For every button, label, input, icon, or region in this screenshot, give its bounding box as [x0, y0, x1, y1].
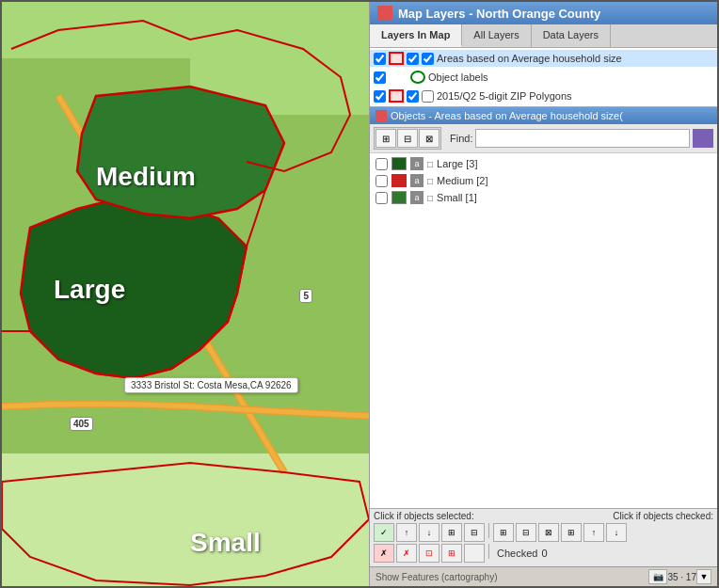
- find-label: Find:: [450, 133, 472, 144]
- svg-rect-2: [2, 2, 190, 58]
- obj-large-name: Large [3]: [437, 158, 477, 169]
- objects-title-text: Objects - Areas based on Average househo…: [391, 110, 623, 121]
- checked-count: 0: [541, 548, 547, 559]
- layer-3-label: 2015/Q2 5-digit ZIP Polygons: [437, 90, 572, 102]
- obj-small-color: [391, 191, 407, 204]
- btn-red-arrow-3[interactable]: ⊞: [441, 544, 462, 563]
- btn-arrow-up[interactable]: ↑: [583, 523, 604, 542]
- click-checked-label: Click if objects checked:: [613, 511, 713, 521]
- find-button[interactable]: [693, 129, 713, 148]
- address-bubble: 3333 Bristol St: Costa Mesa,CA 92626: [124, 377, 298, 393]
- btn-arrow-2[interactable]: ↓: [419, 523, 439, 542]
- objects-list: a □ Large [3] a □ Medium [2] a □: [370, 153, 717, 508]
- obj-large-text-icon: □: [427, 159, 433, 169]
- btn-grid-6[interactable]: ⊞: [561, 523, 582, 542]
- btn-arrow-dn[interactable]: ↓: [606, 523, 627, 542]
- layer-1-check2[interactable]: [407, 53, 419, 65]
- objects-title: Objects - Areas based on Average househo…: [370, 107, 717, 124]
- toolbar-btn-1[interactable]: ⊞: [375, 129, 396, 148]
- list-item: a □ Large [3]: [370, 155, 717, 172]
- click-selected-label: Click if objects selected:: [374, 511, 474, 521]
- panel-title-bar: Map Layers - North Orange County: [370, 2, 717, 24]
- layer-1-check3[interactable]: [422, 53, 434, 65]
- obj-large-color: [391, 157, 407, 170]
- btn-check-green[interactable]: ✓: [374, 523, 394, 542]
- btn-grid-4[interactable]: ⊟: [516, 523, 536, 542]
- separator-2: [488, 544, 489, 559]
- tab-data-layers[interactable]: Data Layers: [532, 24, 611, 47]
- btn-arrow-1[interactable]: ↑: [396, 523, 417, 542]
- checked-label-text: Checked: [497, 548, 537, 559]
- status-coords: 35 · 17: [667, 572, 696, 582]
- separator-1: [488, 523, 489, 538]
- right-panel: Map Layers - North Orange County Layers …: [369, 2, 717, 586]
- layer-2-icon: [410, 71, 425, 84]
- bottom-section: Click if objects selected: Click if obje…: [370, 508, 717, 566]
- layer-row: Areas based on Average household size: [370, 50, 717, 67]
- objects-panel: Objects - Areas based on Average househo…: [370, 107, 717, 508]
- obj-medium-name: Medium [2]: [437, 175, 487, 186]
- layer-3-check2[interactable]: [407, 90, 419, 103]
- toolbar-btn-2[interactable]: ⊟: [397, 129, 418, 148]
- obj-large-label-icon: a: [410, 157, 423, 170]
- obj-small-checkbox[interactable]: [375, 192, 388, 204]
- btn-x-red[interactable]: ✗: [374, 544, 394, 563]
- layer-1-check1[interactable]: [374, 53, 386, 65]
- layer-2-check1[interactable]: [374, 72, 386, 84]
- highway-5-label: 5: [299, 289, 312, 303]
- checked-label-container: Checked 0: [493, 544, 551, 563]
- tab-all-layers[interactable]: All Layers: [462, 24, 531, 47]
- objects-toolbar: ⊞ ⊟ ⊠ Find:: [370, 124, 717, 153]
- layer-row: 2015/Q2 5-digit ZIP Polygons: [370, 87, 717, 104]
- panel-icon: [377, 6, 392, 21]
- obj-medium-checkbox[interactable]: [375, 175, 388, 187]
- objects-title-icon: [375, 110, 387, 121]
- obj-large-checkbox[interactable]: [375, 158, 388, 170]
- obj-medium-label-icon: a: [410, 174, 423, 187]
- toolbar-btn-3[interactable]: ⊠: [419, 129, 439, 148]
- layer-3-icon: [389, 89, 404, 103]
- btn-grid-2[interactable]: ⊟: [464, 523, 485, 542]
- btn-red-grid-1[interactable]: [464, 544, 485, 563]
- layer-2-label: Object labels: [428, 72, 488, 83]
- bottom-labels: Click if objects selected: Click if obje…: [374, 511, 713, 521]
- obj-small-text-icon: □: [427, 193, 433, 203]
- layer-3-check1[interactable]: [374, 90, 386, 103]
- toolbar-group-1: ⊞ ⊟ ⊠: [374, 127, 441, 150]
- layer-3-check3[interactable]: [422, 90, 434, 103]
- panel-title: Map Layers - North Orange County: [398, 7, 600, 21]
- layer-row: Object labels: [370, 67, 717, 87]
- btn-red-arrow-1[interactable]: ✗: [396, 544, 417, 563]
- btn-grid-5[interactable]: ⊠: [538, 523, 559, 542]
- bottom-toolbar-row-2: ✗ ✗ ⊡ ⊞ Checked 0: [374, 544, 713, 563]
- list-item: a □ Medium [2]: [370, 172, 717, 189]
- list-item: a □ Small [1]: [370, 189, 717, 206]
- layers-list: Areas based on Average household size Ob…: [370, 48, 717, 107]
- obj-medium-text-icon: □: [427, 176, 433, 186]
- highway-405-label: 405: [70, 417, 93, 431]
- find-input[interactable]: [475, 129, 690, 148]
- tab-layers-in-map[interactable]: Layers In Map: [370, 24, 462, 47]
- btn-grid-3[interactable]: ⊞: [493, 523, 514, 542]
- btn-red-arrow-2[interactable]: ⊡: [419, 544, 439, 563]
- obj-small-name: Small [1]: [437, 192, 477, 203]
- status-bar: Show Features (cartography) 📷 35 · 17 ▼: [370, 566, 717, 586]
- obj-small-label-icon: a: [410, 191, 423, 204]
- status-text: Show Features (cartography): [375, 572, 648, 582]
- status-camera-btn[interactable]: 📷: [648, 569, 667, 584]
- status-expand-btn[interactable]: ▼: [696, 569, 711, 584]
- layer-1-label: Areas based on Average household size: [437, 53, 622, 64]
- layer-1-icon: [389, 52, 404, 65]
- bottom-toolbar-row-1: ✓ ↑ ↓ ⊞ ⊟ ⊞ ⊟ ⊠ ⊞ ↑ ↓: [374, 523, 713, 542]
- map-panel[interactable]: Medium Large Small 3333 Bristol St: Cost…: [2, 2, 369, 586]
- obj-medium-color: [391, 174, 407, 187]
- layer-2-spacer: [391, 69, 407, 86]
- btn-grid-1[interactable]: ⊞: [441, 523, 462, 542]
- tabs-bar: Layers In Map All Layers Data Layers: [370, 24, 717, 48]
